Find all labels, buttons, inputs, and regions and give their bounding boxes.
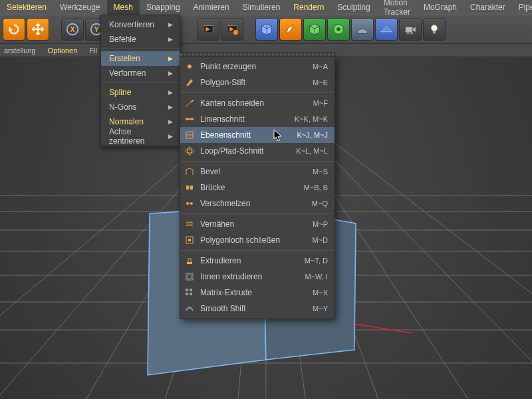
submenu-item-label: Kanten schneiden — [200, 98, 308, 108]
svg-point-12 — [406, 31, 409, 34]
submenu-item-extrudieren[interactable]: ExtrudierenM~T, D — [180, 253, 334, 269]
menu-item-befehle[interactable]: Befehle▶ — [101, 32, 180, 47]
shortcut-label: M~F — [313, 99, 328, 107]
undo-button[interactable] — [3, 18, 25, 41]
render-settings-button[interactable] — [221, 18, 243, 41]
svg-rect-55 — [190, 289, 192, 291]
submenu-item-verschmelzen[interactable]: VerschmelzenM~Q — [180, 196, 334, 211]
submenu-item-label: Vernähen — [200, 219, 307, 229]
submenu-item-label: Loop/Pfad-Schnitt — [200, 146, 291, 156]
generator-button[interactable] — [303, 18, 326, 41]
floor-button[interactable] — [375, 18, 398, 41]
menu-separator — [180, 161, 334, 162]
environment-button[interactable] — [351, 18, 374, 41]
point-icon — [184, 61, 195, 72]
submenu-arrow-icon: ▶ — [168, 21, 173, 28]
svg-point-41 — [188, 65, 192, 68]
menu-item-achse-zentrieren[interactable]: Achse zentrieren▶ — [101, 129, 180, 144]
optbar-optionen[interactable]: Optionen — [48, 47, 78, 55]
svg-rect-56 — [186, 293, 188, 295]
cube-primitive-button[interactable] — [255, 18, 278, 41]
menu-mograph[interactable]: MoGraph — [417, 0, 464, 15]
submenu-item-label: Punkt erzeugen — [200, 62, 307, 71]
submenu-item-br-cke[interactable]: BrückeM~B, B — [180, 180, 334, 196]
optbar-arstellung[interactable]: arstellung — [4, 47, 36, 55]
submenu-item-polygon-stift[interactable]: Polygon-StiftM~E — [180, 74, 334, 90]
closehole-icon — [184, 235, 195, 245]
submenu-item-matrix-extrude[interactable]: Matrix-ExtrudeM~X — [180, 285, 334, 301]
menu-item-konvertieren[interactable]: Konvertieren▶ — [101, 17, 180, 32]
menu-separator — [180, 250, 334, 251]
menu-item-label: Befehle — [109, 35, 136, 44]
polypen-icon — [184, 77, 195, 88]
submenu-item-label: Ebenenschnitt — [200, 130, 292, 140]
pen-tool-button[interactable] — [279, 18, 302, 41]
shortcut-label: M~T, D — [305, 257, 328, 265]
submenu-item-label: Smooth Shift — [200, 304, 307, 313]
shortcut-label: M~S — [313, 168, 328, 176]
submenu-item-punkt-erzeugen[interactable]: Punkt erzeugenM~A — [180, 59, 334, 74]
menu-item-n-gons[interactable]: N-Gons▶ — [101, 100, 180, 114]
stitch-icon — [184, 219, 195, 229]
menu-rendern[interactable]: Rendern — [287, 0, 331, 15]
render-image-button[interactable] — [197, 18, 219, 41]
menu-sculpting[interactable]: Sculpting — [331, 0, 376, 15]
menu-pipe[interactable]: Pipe — [512, 0, 532, 15]
svg-rect-54 — [186, 289, 188, 291]
menu-werkzeuge[interactable]: Werkzeuge — [53, 0, 106, 15]
matrix-icon — [184, 287, 195, 298]
shortcut-label: M~A — [313, 63, 328, 70]
menu-separator — [180, 92, 334, 93]
move-button[interactable] — [27, 18, 49, 41]
svg-point-13 — [410, 31, 413, 34]
submenu-item-vern-hen[interactable]: VernähenM~P — [180, 216, 334, 232]
submenu-item-bevel[interactable]: BevelM~S — [180, 164, 334, 180]
menu-motion tracker[interactable]: Motion Tracker — [377, 0, 417, 15]
menu-item-label: Verformen — [109, 68, 146, 78]
svg-point-42 — [186, 118, 188, 120]
submenu-item-innen-extrudieren[interactable]: Innen extrudierenM~W, I — [180, 269, 334, 285]
submenu-item-label: Bevel — [200, 167, 307, 176]
shortcut-label: M~B, B — [304, 184, 328, 192]
main-toolbar: X Y — [0, 15, 532, 44]
svg-text:X: X — [70, 26, 75, 33]
menu-animieren[interactable]: Animieren — [187, 0, 236, 15]
svg-text:Y: Y — [94, 26, 99, 33]
menu-separator — [101, 82, 180, 83]
submenu-item-smooth-shift[interactable]: Smooth ShiftM~Y — [180, 301, 334, 317]
menu-item-erstellen[interactable]: Erstellen▶ — [101, 51, 180, 66]
submenu-arrow-icon: ▶ — [168, 118, 173, 125]
menu-mesh[interactable]: Mesh — [107, 0, 140, 15]
optbar-fil[interactable]: Fil — [89, 47, 97, 55]
submenu-item-ebenenschnitt[interactable]: EbenenschnittK~J, M~J — [180, 127, 334, 143]
menu-snapping[interactable]: Snapping — [140, 0, 187, 15]
svg-point-43 — [191, 118, 194, 120]
submenu-arrow-icon: ▶ — [168, 104, 173, 110]
menu-charakter[interactable]: Charakter — [464, 0, 512, 15]
svg-rect-53 — [188, 275, 192, 279]
shortcut-label: M~Y — [313, 305, 328, 313]
menu-selektieren[interactable]: Selektieren — [0, 0, 53, 15]
menu-item-verformen[interactable]: Verformen▶ — [101, 66, 180, 80]
shortcut-label: K~L, M~L — [296, 147, 328, 155]
submenu-item-label: Matrix-Extrude — [200, 288, 307, 297]
deformer-button[interactable] — [327, 18, 350, 41]
submenu-arrow-icon: ▶ — [168, 133, 173, 140]
submenu-item-loop-pfad-schnitt[interactable]: Loop/Pfad-SchnittK~L, M~L — [180, 143, 334, 159]
camera-button[interactable] — [399, 18, 422, 41]
light-button[interactable] — [423, 18, 446, 41]
submenu-arrow-icon: ▶ — [168, 36, 173, 43]
bridge-icon — [184, 182, 195, 193]
menu-item-label: Normalen — [109, 117, 144, 126]
axis-x-button[interactable]: X — [61, 18, 84, 41]
svg-rect-57 — [190, 293, 192, 295]
submenu-item-linienschnitt[interactable]: LinienschnittK~K, M~K — [180, 111, 334, 127]
submenu-item-polygonloch-schlie-en[interactable]: Polygonloch schließenM~D — [180, 232, 334, 248]
menu-item-spline[interactable]: Spline▶ — [101, 85, 180, 100]
menu-simulieren[interactable]: Simulieren — [236, 0, 287, 15]
planecut-icon — [184, 130, 195, 140]
knife-icon — [184, 98, 195, 108]
svg-point-49 — [190, 202, 193, 205]
submenu-arrow-icon: ▶ — [168, 55, 173, 62]
submenu-item-kanten-schneiden[interactable]: Kanten schneidenM~F — [180, 95, 334, 111]
